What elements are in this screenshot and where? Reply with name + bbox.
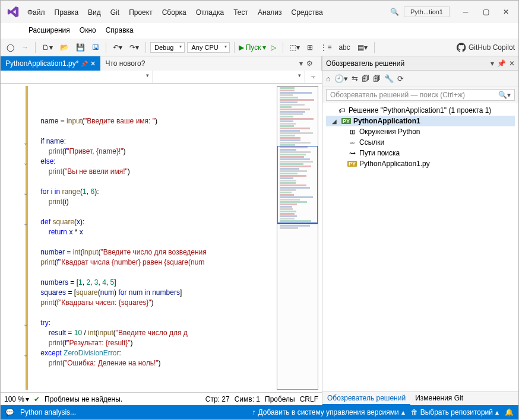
close-button[interactable]: ✕ xyxy=(496,4,516,20)
solution-explorer-search[interactable]: Обозреватель решений — поиск (Ctrl+ж) 🔍▾ xyxy=(326,89,515,101)
se-home-icon[interactable]: ⌂ xyxy=(326,74,331,83)
analysis-status[interactable]: Python analysis... xyxy=(20,408,76,416)
se-preview-icon[interactable]: ⟳ xyxy=(397,74,404,83)
tab-close-icon[interactable]: ✕ xyxy=(90,60,96,68)
maximize-button[interactable]: ▢ xyxy=(476,4,496,20)
problems-status[interactable]: Проблемы не найдены. xyxy=(45,395,122,403)
run-button[interactable]: ▶ Пуск ▾ xyxy=(239,43,267,52)
search-paths-node[interactable]: ⊶ Пути поиска xyxy=(326,148,515,158)
code-line[interactable]: ⌄ def square(x): xyxy=(9,217,276,227)
line-indicator[interactable]: Стр: 27 xyxy=(205,395,230,403)
minimap-viewport[interactable] xyxy=(277,146,318,223)
pin-icon[interactable]: 📌 xyxy=(81,61,88,67)
menu-проект[interactable]: Проект xyxy=(125,7,157,18)
menu-анализ[interactable]: Анализ xyxy=(254,7,286,18)
open-icon[interactable]: 📂 xyxy=(58,42,71,53)
menu-справка[interactable]: Справка xyxy=(102,24,138,36)
code-line[interactable] xyxy=(9,237,276,247)
menu-правка[interactable]: Правка xyxy=(50,7,83,18)
code-line[interactable]: print(f"Квадрат числа {number} равен {sq… xyxy=(9,257,276,268)
tab-whats-new[interactable]: Что нового? ▾ ⚙ xyxy=(100,56,322,71)
code-line[interactable]: print("Вы не ввели имя!") xyxy=(9,167,276,177)
code-line[interactable] xyxy=(9,368,276,378)
code-line[interactable] xyxy=(9,268,276,278)
code-line[interactable]: ⌄ if name: xyxy=(9,136,276,147)
se-showall-icon[interactable]: 🗐 xyxy=(373,74,381,83)
environments-node[interactable]: ⊞ Окружения Python xyxy=(326,126,515,137)
notifications-icon[interactable]: 🔔 xyxy=(505,408,514,416)
nav-scope-dropdown[interactable] xyxy=(1,71,153,83)
run-noattach-icon[interactable]: ▷ xyxy=(268,42,279,53)
code-line[interactable]: return x * x xyxy=(9,227,276,237)
tab-settings-icon[interactable]: ⚙ xyxy=(306,59,313,68)
code-line[interactable] xyxy=(9,207,276,217)
menu-вид[interactable]: Вид xyxy=(84,7,105,18)
comment-icon[interactable]: abc xyxy=(336,42,352,53)
project-node[interactable]: ◢ PY PythonApplication1 xyxy=(326,116,515,126)
menu-файл[interactable]: Файл xyxy=(23,7,49,18)
code-line[interactable]: print(f"Результат: {result}") xyxy=(9,338,276,348)
panel-dropdown-icon[interactable]: ▾ xyxy=(490,59,494,68)
col-indicator[interactable]: Симв: 1 xyxy=(235,395,260,403)
tab-git-changes[interactable]: Изменения Git xyxy=(410,392,468,405)
code-editor[interactable]: name = input("Введите ваше имя: ") ⌄ if … xyxy=(1,84,276,392)
code-line[interactable] xyxy=(9,177,276,187)
code-line[interactable]: squares = [square(num) for num in number… xyxy=(9,288,276,298)
new-item-icon[interactable]: 🗋▾ xyxy=(40,42,55,53)
code-minimap[interactable] xyxy=(277,86,318,390)
menu-средства[interactable]: Средства xyxy=(287,7,327,18)
se-sync-icon[interactable]: 🗐 xyxy=(362,74,369,83)
panel-pin-icon[interactable]: 📌 xyxy=(497,59,506,68)
code-line[interactable] xyxy=(9,126,276,136)
panel-close-icon[interactable]: ✕ xyxy=(509,59,515,68)
code-line[interactable]: ⌄ try: xyxy=(9,318,276,328)
solution-node[interactable]: 🏷 Решение "PythonApplication1" (1 проект… xyxy=(326,105,515,116)
split-editor-icon[interactable]: ⫟ xyxy=(305,71,322,83)
tool-icon2[interactable]: ⋮≡ xyxy=(318,42,334,53)
save-all-icon[interactable]: 🖫 xyxy=(90,42,102,53)
code-line[interactable]: print(i) xyxy=(9,197,276,207)
menu-сборка[interactable]: Сборка xyxy=(158,7,191,18)
search-icon[interactable]: 🔍 xyxy=(390,8,399,16)
code-line[interactable]: print(f"Квадраты чисел: {squares}") xyxy=(9,298,276,308)
redo-icon[interactable]: ↷▾ xyxy=(127,42,141,53)
code-line[interactable]: print("Ошибка: Деление на ноль!") xyxy=(9,358,276,368)
code-line[interactable]: result = 10 / int(input("Введите число д… xyxy=(9,328,276,338)
menu-тест[interactable]: Тест xyxy=(229,7,252,18)
code-line[interactable]: print(f"Привет, {name}!") xyxy=(9,147,276,157)
file-node[interactable]: PY PythonApplication1.py xyxy=(326,158,515,169)
nav-fwd-icon[interactable]: → xyxy=(19,42,31,53)
zoom-level[interactable]: 100 % ▾ xyxy=(4,395,29,403)
step-icon[interactable]: ⬚▾ xyxy=(287,42,302,53)
nav-member-dropdown[interactable] xyxy=(153,71,306,83)
nav-back-icon[interactable]: ◯ xyxy=(4,42,17,53)
menu-расширения[interactable]: Расширения xyxy=(24,24,74,36)
tab-solution-explorer[interactable]: Обозреватель решений xyxy=(322,392,410,405)
menu-окно[interactable]: Окно xyxy=(75,24,100,36)
select-repo[interactable]: 🗑 Выбрать репозиторий ▴ xyxy=(411,408,499,416)
tab-active-file[interactable]: PythonApplication1.py* 📌 ✕ xyxy=(1,56,100,71)
code-line[interactable]: name = input("Введите ваше имя: ") xyxy=(9,116,276,126)
save-icon[interactable]: 💾 xyxy=(74,42,87,53)
code-line[interactable]: number = int(input("Введите число для во… xyxy=(9,247,276,257)
code-line[interactable]: numbers = [1, 2, 3, 4, 5] xyxy=(9,278,276,288)
github-copilot-button[interactable]: GitHub Copilot xyxy=(457,43,515,52)
se-switch-icon[interactable]: ⇆ xyxy=(352,74,358,83)
undo-icon[interactable]: ↶▾ xyxy=(110,42,125,53)
minimize-button[interactable]: ─ xyxy=(455,4,476,20)
tool-icon3[interactable]: ▤▾ xyxy=(355,42,370,53)
code-line[interactable]: ⌄ except ZeroDivisionError: xyxy=(9,348,276,358)
tab-dropdown-icon[interactable]: ▾ xyxy=(299,59,303,68)
references-node[interactable]: ▫▫ Ссылки xyxy=(326,137,515,148)
search-dropdown-icon[interactable]: 🔍▾ xyxy=(498,91,511,99)
code-line[interactable] xyxy=(9,308,276,318)
code-line[interactable]: ⌄ else: xyxy=(9,157,276,167)
indent-indicator[interactable]: Пробелы xyxy=(265,395,295,403)
output-icon[interactable]: 💬 xyxy=(5,408,14,416)
se-properties-icon[interactable]: 🔧 xyxy=(384,74,394,83)
eol-indicator[interactable]: CRLF xyxy=(300,395,318,403)
platform-dropdown[interactable]: Any CPU xyxy=(187,42,229,53)
code-line[interactable]: ⌄ for i in range(1, 6): xyxy=(9,187,276,197)
tool-icon1[interactable]: ⊞ xyxy=(305,42,315,53)
menu-git[interactable]: Git xyxy=(106,7,124,18)
